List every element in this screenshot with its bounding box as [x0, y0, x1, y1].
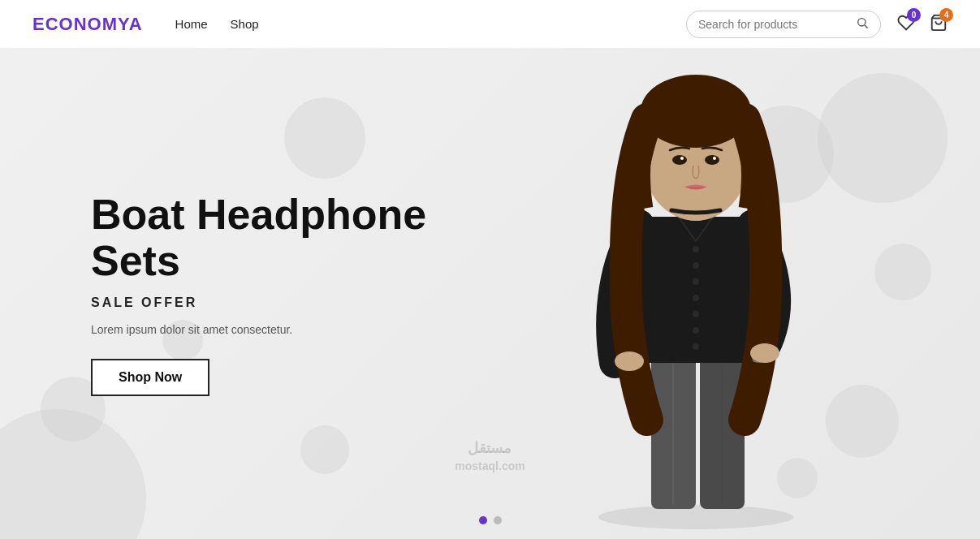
svg-point-8 [693, 246, 699, 252]
hero-title: Boat Headphone Sets [91, 192, 447, 284]
woman-svg [533, 54, 858, 533]
svg-point-0 [858, 18, 866, 25]
cart-button[interactable]: 4 [930, 14, 948, 35]
hero-description: Lorem ipsum dolor sit amet consectetur. [91, 323, 447, 336]
hero-section: Boat Headphone Sets SALE OFFER Lorem ips… [0, 49, 980, 539]
search-bar [686, 11, 881, 38]
nav-home[interactable]: Home [175, 17, 208, 31]
deco-circle-5 [300, 425, 349, 474]
svg-point-13 [693, 327, 699, 334]
cart-badge: 4 [939, 8, 953, 22]
wishlist-button[interactable]: 0 [897, 14, 915, 35]
svg-point-17 [641, 75, 751, 148]
svg-point-21 [713, 157, 716, 160]
carousel-dot-2[interactable] [494, 516, 502, 524]
carousel-dots [479, 516, 502, 524]
svg-point-23 [615, 351, 644, 371]
svg-point-12 [693, 311, 699, 317]
hero-subtitle: SALE OFFER [91, 295, 447, 310]
shop-now-button[interactable]: Shop Now [91, 359, 209, 396]
watermark: مستقلmostaql.com [455, 439, 525, 474]
svg-point-20 [680, 157, 684, 160]
main-nav: Home Shop [175, 17, 259, 31]
svg-line-1 [865, 25, 868, 28]
carousel-dot-1[interactable] [479, 516, 487, 524]
header-icons: 0 4 [897, 14, 948, 35]
svg-point-10 [693, 278, 699, 285]
svg-point-18 [672, 155, 687, 165]
search-input[interactable] [698, 18, 856, 31]
svg-point-24 [750, 343, 779, 363]
deco-circle-4 [284, 97, 365, 179]
wishlist-badge: 0 [907, 8, 921, 22]
search-icon[interactable] [856, 16, 869, 32]
logo: ECONOMYA [32, 14, 143, 35]
hero-image [493, 49, 899, 539]
svg-point-9 [693, 262, 699, 269]
svg-point-19 [705, 155, 719, 165]
header: ECONOMYA Home Shop 0 [0, 0, 980, 49]
svg-point-11 [693, 295, 699, 301]
svg-point-14 [693, 343, 699, 350]
nav-shop[interactable]: Shop [231, 17, 259, 31]
hero-text: Boat Headphone Sets SALE OFFER Lorem ips… [0, 192, 447, 396]
svg-point-3 [598, 505, 793, 529]
